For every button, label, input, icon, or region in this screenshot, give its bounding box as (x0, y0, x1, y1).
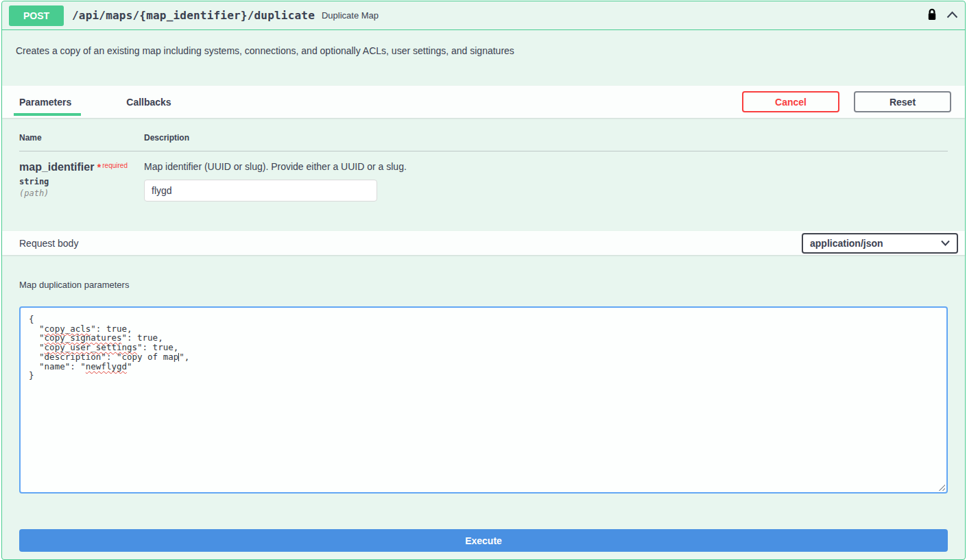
chevron-up-icon (946, 10, 958, 21)
chevron-down-icon (941, 240, 950, 246)
content-type-select[interactable]: application/json (802, 233, 958, 254)
cancel-button[interactable]: Cancel (742, 91, 839, 112)
tab-callbacks[interactable]: Callbacks (126, 97, 171, 108)
map-identifier-input[interactable] (144, 180, 377, 202)
collapse-operation-button[interactable] (946, 10, 958, 21)
required-label: required (101, 162, 128, 169)
request-body-label: Request body (16, 238, 78, 249)
parameter-description-cell: Map identifier (UUID or slug). Provide e… (144, 161, 948, 202)
parameter-name: map_identifier (19, 161, 94, 173)
parameters-section-header: Parameters Callbacks Cancel Reset (2, 86, 965, 118)
resize-handle[interactable] (937, 483, 945, 491)
tab-bar: Parameters Callbacks (16, 97, 171, 108)
request-body-editor[interactable]: { "copy_acls": true, "copy_signatures": … (19, 306, 948, 494)
execute-button[interactable]: Execute (19, 529, 948, 552)
parameter-type: string (19, 177, 144, 186)
parameter-description: Map identifier (UUID or slug). Provide e… (144, 161, 948, 172)
reset-button[interactable]: Reset (854, 91, 951, 112)
request-body-section: Map duplication parameters { "copy_acls"… (2, 255, 965, 494)
parameter-row: map_identifier *required string (path) M… (19, 151, 948, 202)
endpoint-path: /api/maps/{map_identifier}/duplicate (64, 9, 322, 22)
api-operation-block: POST /api/maps/{map_identifier}/duplicat… (1, 1, 966, 560)
parameters-table-header: Name Description (19, 133, 948, 151)
operation-summary[interactable]: POST /api/maps/{map_identifier}/duplicat… (2, 1, 965, 30)
request-body-title: Map duplication parameters (19, 280, 948, 290)
lock-icon (927, 8, 937, 23)
column-header-name: Name (19, 133, 144, 143)
request-body-json[interactable]: { "copy_acls": true, "copy_signatures": … (29, 315, 938, 380)
content-type-value: application/json (810, 238, 883, 249)
execute-wrapper: Execute (2, 494, 965, 552)
http-method-badge: POST (9, 5, 64, 26)
parameters-table: Name Description map_identifier *require… (2, 118, 965, 231)
parameter-location: (path) (19, 188, 144, 198)
parameter-name-cell: map_identifier *required string (path) (19, 161, 144, 202)
endpoint-summary: Duplicate Map (322, 10, 379, 21)
operation-description: Creates a copy of an existing map includ… (2, 30, 965, 86)
column-header-description: Description (144, 133, 948, 143)
request-body-section-header: Request body application/json (2, 231, 965, 255)
authorize-lock-button[interactable] (927, 8, 937, 23)
tab-parameters[interactable]: Parameters (19, 97, 71, 108)
